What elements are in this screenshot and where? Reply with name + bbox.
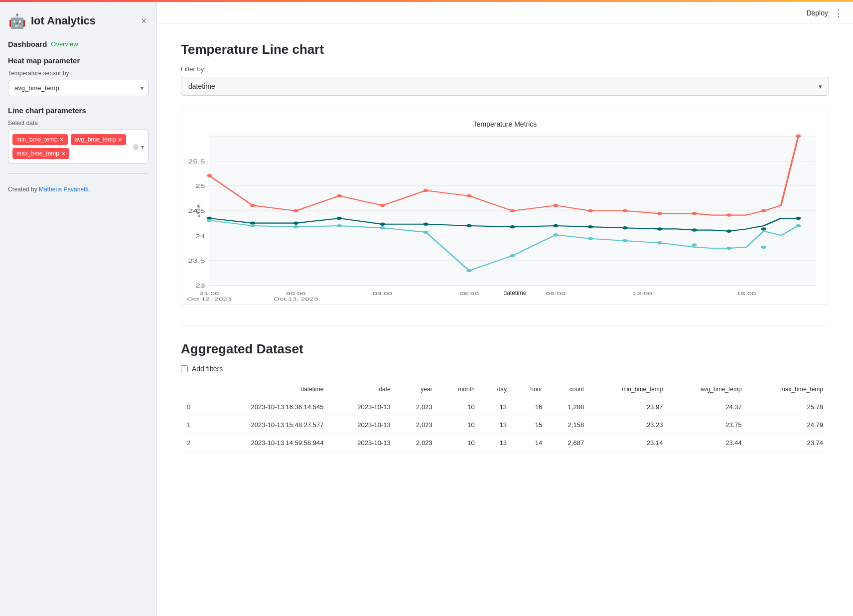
svg-text:12:00: 12:00 <box>633 291 652 296</box>
table-row: 1 2023-10-13 15:48:27.577 2023-10-13 2,0… <box>181 416 829 434</box>
overview-badge: Overview <box>51 40 78 48</box>
add-filters-checkbox[interactable] <box>181 365 188 372</box>
cell-row1-hour: 15 <box>513 416 548 434</box>
cell-row2-hour: 14 <box>513 434 548 452</box>
svg-point-56 <box>622 239 627 242</box>
svg-point-53 <box>510 254 515 257</box>
filter-by-label: Filter by: <box>181 65 829 73</box>
tag-avg-bme-temp[interactable]: avg_bme_temp × <box>71 134 126 145</box>
cell-row0-date: 2023-10-13 <box>330 398 397 416</box>
cell-row0-year: 2,023 <box>397 398 438 416</box>
select-data-label: Select data <box>8 120 148 127</box>
cell-row2-date: 2023-10-13 <box>330 434 397 452</box>
svg-text:21:00: 21:00 <box>199 291 219 296</box>
main-body: Temperature Line chart Filter by: dateti… <box>181 18 829 452</box>
chart-container: Temperature Metrics value <box>181 108 829 305</box>
app-header: Deploy ⋮ <box>157 2 853 24</box>
svg-point-17 <box>337 194 342 197</box>
cell-row0-hour: 16 <box>513 398 548 416</box>
col-year: year <box>397 381 438 398</box>
tag-min-bme-temp[interactable]: min_bme_temp × <box>12 134 68 145</box>
author-link[interactable]: Matheus Pavanetti <box>39 186 88 193</box>
col-datetime: datetime <box>204 381 329 398</box>
close-sidebar-button[interactable]: × <box>139 14 148 28</box>
svg-point-57 <box>657 241 662 244</box>
svg-point-58 <box>692 243 697 246</box>
line-chart-svg: 23 23.5 24 24.5 25 25.5 <box>209 136 816 286</box>
tags-clear-button[interactable]: ⊗ <box>133 142 139 152</box>
cell-row2-max: 23.74 <box>748 434 829 452</box>
svg-point-28 <box>761 209 766 212</box>
col-index <box>181 381 204 398</box>
cell-row0-datetime: 2023-10-13 16:36:14.545 <box>204 398 329 416</box>
svg-point-51 <box>423 231 428 234</box>
main-content: Temperature Line chart Filter by: dateti… <box>157 2 853 616</box>
tag-max-label: max_bme_temp <box>16 150 59 157</box>
cell-row2-count: 2,687 <box>548 434 590 452</box>
svg-point-60 <box>761 246 766 249</box>
cell-row1-avg: 23.75 <box>669 416 747 434</box>
svg-point-38 <box>553 224 558 227</box>
svg-point-46 <box>207 219 212 222</box>
dashboard-row: Dashboard Overview <box>8 40 148 48</box>
deploy-button[interactable]: Deploy <box>806 9 828 17</box>
svg-point-52 <box>466 269 471 272</box>
cell-row1-max: 24.79 <box>748 416 829 434</box>
svg-point-27 <box>726 213 731 216</box>
svg-text:25.5: 25.5 <box>188 158 205 164</box>
svg-point-45 <box>796 217 801 220</box>
table-header-row: datetime date year month day hour count … <box>181 381 829 398</box>
sidebar-header: 🤖 Iot Analytics × <box>8 8 148 30</box>
chart-metrics-title: Temperature Metrics <box>189 120 821 128</box>
tag-max-bme-temp[interactable]: max_bme_temp × <box>12 148 69 159</box>
svg-point-14 <box>207 174 212 177</box>
svg-point-26 <box>692 212 697 215</box>
created-by: Created by Matheus Pavanetti. <box>8 186 148 193</box>
filter-select[interactable]: datetime date hour <box>181 77 829 96</box>
cell-row2-index: 2 <box>181 434 204 452</box>
dashboard-label: Dashboard <box>8 40 47 48</box>
tag-max-remove-icon[interactable]: × <box>61 150 65 157</box>
svg-text:06:00: 06:00 <box>459 291 479 296</box>
cell-row0-min: 23.97 <box>590 398 669 416</box>
add-filters-label: Add filters <box>192 365 223 373</box>
cell-row0-day: 13 <box>481 398 513 416</box>
tags-expand-button[interactable]: ▾ <box>141 143 144 150</box>
heatmap-section-title: Heat map parameter <box>8 56 148 65</box>
cell-row0-max: 25.78 <box>748 398 829 416</box>
svg-text:09:00: 09:00 <box>546 291 566 296</box>
svg-point-16 <box>293 209 298 212</box>
svg-text:00:00: 00:00 <box>286 291 305 296</box>
svg-point-36 <box>466 224 471 227</box>
svg-text:25: 25 <box>195 183 205 189</box>
col-hour: hour <box>513 381 548 398</box>
line-chart-section-title: Line chart parameters <box>8 106 148 115</box>
col-day: day <box>481 381 513 398</box>
svg-text:23.5: 23.5 <box>188 258 205 264</box>
svg-text:03:00: 03:00 <box>373 291 392 296</box>
data-table: datetime date year month day hour count … <box>181 381 829 452</box>
tag-min-remove-icon[interactable]: × <box>60 136 64 143</box>
more-options-button[interactable]: ⋮ <box>834 7 843 18</box>
svg-point-50 <box>380 226 385 229</box>
temp-sensor-select[interactable]: avg_bme_temp min_bme_temp max_bme_temp <box>8 80 148 96</box>
filter-select-wrapper: datetime date hour ▾ <box>181 77 829 96</box>
svg-point-32 <box>293 221 298 224</box>
cell-row2-year: 2,023 <box>397 434 438 452</box>
tags-actions: ⊗ ▾ <box>133 142 144 152</box>
svg-text:Oct 12, 2023: Oct 12, 2023 <box>187 296 232 302</box>
svg-point-37 <box>510 225 515 228</box>
cell-row0-index: 0 <box>181 398 204 416</box>
chart-section-heading: Temperature Line chart <box>181 42 829 57</box>
svg-point-23 <box>588 209 593 212</box>
svg-point-18 <box>380 204 385 207</box>
svg-point-47 <box>250 224 255 227</box>
col-count: count <box>548 381 590 398</box>
svg-point-43 <box>726 230 731 233</box>
tag-avg-remove-icon[interactable]: × <box>118 136 122 143</box>
add-filters-row: Add filters <box>181 365 829 373</box>
app-logo: 🤖 <box>8 12 26 30</box>
cell-row0-count: 1,288 <box>548 398 590 416</box>
cell-row2-avg: 23.44 <box>669 434 747 452</box>
svg-point-15 <box>250 204 255 207</box>
